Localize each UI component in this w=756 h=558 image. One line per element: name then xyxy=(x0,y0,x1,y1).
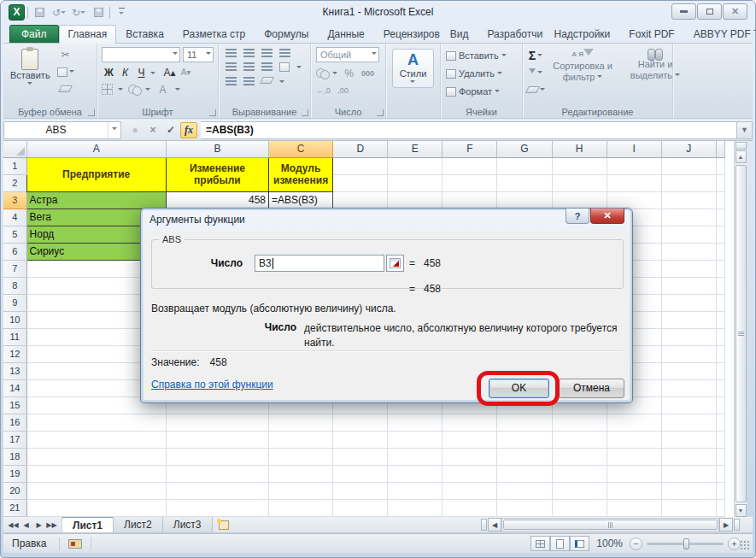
cell-A21[interactable] xyxy=(26,499,166,516)
cell-D20[interactable] xyxy=(333,482,388,499)
cell-J8[interactable] xyxy=(661,277,716,294)
column-header-H[interactable]: H xyxy=(552,141,607,157)
collapse-dialog-button[interactable] xyxy=(386,255,404,272)
cell-G19[interactable] xyxy=(497,465,552,482)
orientation-icon[interactable] xyxy=(260,77,274,84)
merge-center-icon[interactable] xyxy=(279,62,290,72)
cell-G3[interactable] xyxy=(497,191,552,209)
name-box[interactable]: ABS xyxy=(3,121,121,139)
minimize-button[interactable] xyxy=(671,3,696,20)
cell-A17[interactable] xyxy=(26,431,166,448)
italic-button[interactable]: К xyxy=(118,65,132,79)
number-format-combo[interactable]: Общий xyxy=(316,47,379,62)
ribbon-tab-Разработчик[interactable]: Разработчик xyxy=(478,25,544,43)
row-header-7[interactable]: 7 xyxy=(3,260,26,277)
dialog-help-button[interactable]: ? xyxy=(566,209,589,224)
row-header-17[interactable]: 17 xyxy=(3,431,26,448)
cell-E17[interactable] xyxy=(388,431,442,448)
cell-J1[interactable] xyxy=(661,157,716,174)
column-header-B[interactable]: B xyxy=(166,141,268,157)
cell-C19[interactable] xyxy=(269,465,333,482)
underline-button[interactable]: Ч xyxy=(134,65,149,79)
cell-E18[interactable] xyxy=(388,448,442,465)
align-center-icon[interactable] xyxy=(243,62,255,71)
cell-C3[interactable]: =ABS(B3) xyxy=(269,191,333,209)
cell-A20[interactable] xyxy=(26,482,166,499)
ribbon-tab-Данные[interactable]: Данные xyxy=(318,25,373,43)
cell-J18[interactable] xyxy=(661,448,716,465)
row-header-13[interactable]: 13 xyxy=(3,362,26,379)
cell-J2[interactable] xyxy=(661,174,716,191)
cell-D18[interactable] xyxy=(333,448,388,465)
shrink-font-button[interactable]: А▾ xyxy=(179,65,193,79)
cell-H1[interactable] xyxy=(552,157,607,174)
cell-J4[interactable] xyxy=(661,209,716,226)
cell-J11[interactable] xyxy=(661,328,716,345)
cell-F1[interactable] xyxy=(442,157,497,174)
cell-H16[interactable] xyxy=(552,414,607,431)
row-header-16[interactable]: 16 xyxy=(3,414,26,431)
formula-input[interactable]: =ABS(B3) xyxy=(201,121,737,139)
cell-C20[interactable] xyxy=(269,482,333,499)
dialog-launcher-icon[interactable] xyxy=(377,109,384,116)
cell-E2[interactable] xyxy=(388,174,442,191)
cell-F21[interactable] xyxy=(442,499,497,516)
row-header-8[interactable]: 8 xyxy=(3,277,26,294)
last-sheet-button[interactable]: ▶▶ xyxy=(46,521,57,529)
column-header-F[interactable]: F xyxy=(442,141,497,157)
cell-I2[interactable] xyxy=(607,174,661,191)
cell-H19[interactable] xyxy=(552,465,607,482)
paste-button[interactable]: Вставить xyxy=(7,47,54,97)
ok-button[interactable]: OK xyxy=(489,379,549,398)
dialog-launcher-icon[interactable] xyxy=(302,109,308,116)
format-cells-button[interactable]: Формат xyxy=(446,84,517,99)
ribbon-tab-Вид[interactable]: Вид xyxy=(441,25,478,43)
cell-F18[interactable] xyxy=(442,448,497,465)
cell-I18[interactable] xyxy=(607,448,661,465)
cell-B16[interactable] xyxy=(166,414,268,431)
cut-button[interactable]: ✂ xyxy=(56,47,75,62)
cell-E20[interactable] xyxy=(388,482,442,499)
next-sheet-button[interactable]: ▶ xyxy=(33,521,44,529)
decrease-decimal-icon[interactable]: ,00 xyxy=(336,83,350,97)
cell-J13[interactable] xyxy=(661,362,716,379)
cell-J12[interactable] xyxy=(661,345,716,362)
column-header-E[interactable]: E xyxy=(388,141,442,157)
font-size-combo[interactable]: 11 xyxy=(183,47,214,62)
autosum-button[interactable]: Σ xyxy=(526,48,545,63)
cell-J14[interactable] xyxy=(661,379,716,396)
column-header-J[interactable]: J xyxy=(661,141,716,157)
first-sheet-button[interactable]: ◀◀ xyxy=(8,521,19,529)
cell-J17[interactable] xyxy=(661,431,716,448)
ribbon-tab-ABBYY PDF Tr[interactable]: ABBYY PDF Tr xyxy=(684,25,756,43)
cell-F20[interactable] xyxy=(442,482,497,499)
split-handle[interactable] xyxy=(734,519,740,531)
split-handle[interactable] xyxy=(735,142,747,150)
restore-button[interactable] xyxy=(697,3,722,20)
dialog-launcher-icon[interactable] xyxy=(209,109,216,116)
column-header-G[interactable]: G xyxy=(497,141,552,157)
cell-J7[interactable] xyxy=(661,260,716,277)
align-top-icon[interactable] xyxy=(226,49,237,57)
row-header-4[interactable]: 4 xyxy=(3,209,26,226)
row-header-9[interactable]: 9 xyxy=(3,294,26,311)
row-header-19[interactable]: 19 xyxy=(3,465,26,482)
resize-grip[interactable] xyxy=(741,541,751,551)
scrollbar-thumb[interactable] xyxy=(735,165,747,502)
cell-I20[interactable] xyxy=(607,482,661,499)
cell-H21[interactable] xyxy=(552,499,607,516)
zoom-slider[interactable]: − + xyxy=(630,537,741,550)
cell-C17[interactable] xyxy=(269,431,333,448)
row-header-11[interactable]: 11 xyxy=(3,328,26,345)
macro-record-icon[interactable] xyxy=(68,539,82,549)
column-header-D[interactable]: D xyxy=(333,141,388,157)
clear-button[interactable] xyxy=(526,82,545,97)
cell-D16[interactable] xyxy=(333,414,388,431)
cell-H2[interactable] xyxy=(552,174,607,191)
cell-J20[interactable] xyxy=(661,482,716,499)
row-header-10[interactable]: 10 xyxy=(3,311,26,328)
increase-indent-icon[interactable] xyxy=(243,77,255,85)
cell-B20[interactable] xyxy=(166,482,268,499)
cell-C18[interactable] xyxy=(269,448,333,465)
enter-entry-button[interactable]: ✓ xyxy=(162,122,179,138)
